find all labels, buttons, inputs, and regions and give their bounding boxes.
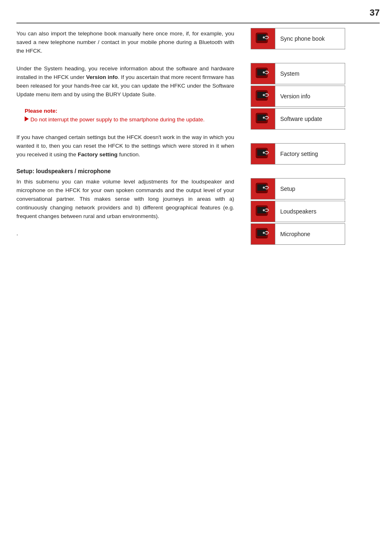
bold-factory-setting: Factory setting [78, 151, 118, 158]
menu-item-sync-phone-book: Sync phone book [251, 28, 345, 49]
menu-item-system: System [251, 63, 345, 84]
menu-item-label-sync-phone-book: Sync phone book [275, 28, 345, 49]
svg-rect-25 [257, 207, 266, 214]
device-icon-software [254, 111, 272, 127]
menu-item-icon-software-update [251, 109, 275, 129]
page-container: 37 You can also import the telephone boo… [0, 0, 392, 557]
page-number: 37 [370, 7, 380, 18]
device-icon-setup [254, 181, 272, 197]
bold-version-info: Version info [86, 74, 118, 80]
text-block-2: Under the System heading, you receive in… [16, 65, 234, 99]
section-heading: Setup: loudspeakers / microphone [16, 168, 234, 174]
svg-rect-2 [257, 41, 267, 42]
note-text-content: Do not interrupt the power supply to the… [30, 116, 205, 124]
menu-item-label-system: System [275, 63, 345, 84]
device-icon-loudspeakers [254, 204, 272, 219]
menu-item-label-software-update: Software update [275, 109, 345, 129]
svg-rect-21 [257, 184, 266, 191]
left-column: You can also import the telephone book m… [0, 0, 247, 557]
menu-item-setup: Setup [251, 178, 345, 200]
svg-point-11 [263, 94, 265, 96]
menu-item-label-version-info: Version info [275, 86, 345, 107]
menu-item-loudspeakers: Loudspeakers [251, 201, 345, 222]
svg-point-27 [263, 209, 265, 211]
svg-point-23 [263, 187, 265, 189]
svg-rect-29 [257, 230, 266, 236]
svg-rect-17 [257, 149, 266, 156]
menu-item-software-update: Software update [251, 108, 345, 130]
svg-rect-30 [257, 237, 267, 238]
menu-item-icon-sync [251, 28, 275, 49]
device-icon-version [254, 88, 272, 104]
svg-rect-14 [257, 121, 267, 123]
svg-rect-1 [257, 34, 266, 41]
top-rule [16, 23, 380, 23]
menu-item-icon-version-info [251, 86, 275, 107]
device-icon-system [254, 66, 272, 81]
menu-group-setup: Setup Loudspeakers [251, 178, 345, 246]
triangle-icon [25, 116, 29, 121]
menu-item-factory-setting: Factory setting [251, 143, 345, 165]
period: . [16, 230, 234, 237]
svg-rect-26 [257, 214, 267, 215]
text-block-3: If you have changed certain settings but… [16, 133, 234, 159]
svg-rect-13 [257, 114, 266, 121]
menu-item-icon-system [251, 63, 275, 84]
menu-item-label-factory-setting: Factory setting [275, 144, 345, 164]
menu-group-system: System Version info [251, 63, 345, 131]
device-icon-microphone [254, 226, 272, 242]
svg-rect-5 [257, 69, 266, 76]
menu-group-factory: Factory setting [251, 143, 345, 166]
menu-item-icon-setup [251, 179, 275, 199]
svg-point-3 [263, 37, 265, 39]
svg-point-19 [263, 152, 265, 154]
text-block-4-content: In this submenu you can make volume leve… [16, 178, 234, 221]
menu-item-icon-microphone [251, 224, 275, 244]
svg-point-7 [263, 72, 265, 74]
svg-rect-6 [257, 76, 267, 77]
right-column: Sync phone book System [247, 0, 370, 557]
svg-point-15 [263, 117, 265, 119]
menu-item-version-info: Version info [251, 86, 345, 107]
note-text: Do not interrupt the power supply to the… [25, 116, 234, 124]
menu-item-icon-loudspeakers [251, 201, 275, 222]
text-block-4: In this submenu you can make volume leve… [16, 178, 234, 221]
note-title: Please note: [25, 108, 234, 114]
svg-point-31 [263, 232, 265, 234]
menu-item-label-loudspeakers: Loudspeakers [275, 201, 345, 222]
svg-rect-18 [257, 156, 267, 158]
svg-rect-9 [257, 92, 266, 98]
text-block-1: You can also import the telephone book m… [16, 30, 234, 56]
menu-item-label-microphone: Microphone [275, 224, 345, 244]
menu-group-sync: Sync phone book [251, 28, 345, 51]
svg-rect-22 [257, 191, 267, 193]
device-icon-factory [254, 146, 272, 162]
menu-item-icon-factory [251, 144, 275, 164]
svg-rect-10 [257, 99, 267, 100]
text-block-1-content: You can also import the telephone book m… [16, 30, 234, 56]
text-block-2-content: Under the System heading, you receive in… [16, 65, 234, 99]
menu-item-microphone: Microphone [251, 223, 345, 245]
device-icon-sync [254, 31, 272, 46]
menu-item-label-setup: Setup [275, 179, 345, 199]
note-box: Please note: Do not interrupt the power … [25, 108, 234, 124]
text-block-3-content: If you have changed certain settings but… [16, 133, 234, 159]
